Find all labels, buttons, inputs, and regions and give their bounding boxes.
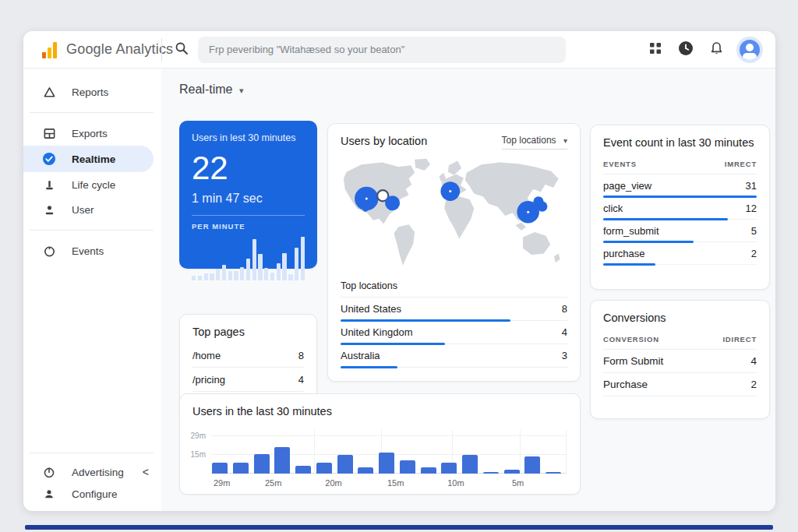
header-divider bbox=[161, 38, 162, 62]
sidebar-divider bbox=[30, 453, 154, 453]
world-map-svg bbox=[341, 156, 569, 274]
y-axis-tick-label: 29m bbox=[191, 431, 206, 439]
event-name: click bbox=[603, 203, 623, 214]
users-by-location-card: Users by location Top locations ▾ Top lo… bbox=[327, 123, 581, 382]
dropdown-value: Top locations bbox=[502, 135, 556, 146]
conversion-column-header: CONVERSION bbox=[603, 335, 659, 344]
users-bar bbox=[524, 456, 540, 474]
realtime-card-title: Users in lest 30 minutes bbox=[192, 132, 305, 143]
exports-icon bbox=[42, 127, 56, 140]
sidebar-item-label: Realtime bbox=[72, 153, 115, 165]
location-marker bbox=[385, 196, 400, 210]
event-count-title: Event count in last 30 minutes bbox=[603, 136, 757, 149]
history-clock-icon bbox=[678, 41, 694, 58]
conversion-count: 2 bbox=[750, 379, 757, 390]
realtime-card-divider bbox=[192, 215, 305, 216]
page-title: Real-time bbox=[179, 83, 232, 96]
conversion-row: Form Submit4 bbox=[603, 350, 757, 373]
event-count: 5 bbox=[751, 225, 757, 237]
event-name: purchase bbox=[603, 248, 644, 259]
advertising-icon bbox=[42, 466, 56, 478]
location-name: Australia bbox=[341, 350, 380, 361]
realtime-users-value: 22 bbox=[192, 150, 305, 187]
avatar-icon bbox=[740, 40, 760, 60]
per-minute-bar bbox=[222, 265, 226, 280]
page-path: /home bbox=[192, 350, 221, 361]
sidebar-item-label: Advertising bbox=[72, 467, 124, 478]
event-row: click12 bbox=[603, 197, 757, 220]
page-title-dropdown[interactable]: Real-time ▾ bbox=[179, 83, 243, 97]
chevron-down-icon: ▾ bbox=[563, 136, 567, 145]
sidebar-item-exports[interactable]: Exports bbox=[23, 121, 161, 146]
per-minute-bar bbox=[240, 267, 244, 280]
conversion-count: 4 bbox=[750, 355, 757, 367]
collapse-chevron-icon[interactable]: < bbox=[143, 466, 149, 478]
sidebar-item-reports[interactable]: Reports bbox=[23, 79, 161, 104]
users-bar bbox=[316, 463, 332, 474]
users-bar bbox=[295, 466, 311, 474]
event-name: page_view bbox=[603, 180, 651, 192]
sidebar-item-label: Life cycle bbox=[72, 179, 115, 191]
sidebar-item-label: Reports bbox=[72, 86, 108, 98]
page-count: 4 bbox=[298, 374, 304, 386]
users-bar bbox=[212, 463, 228, 474]
users-bar bbox=[504, 470, 520, 474]
events-icon bbox=[42, 245, 56, 258]
sidebar-divider bbox=[30, 230, 154, 231]
x-axis-tick-label: 29m bbox=[214, 478, 230, 488]
sidebar-item-configure[interactable]: Configure bbox=[23, 483, 161, 505]
per-minute-bar bbox=[210, 273, 214, 280]
per-minute-bar bbox=[282, 253, 286, 280]
event-row: form_submit5 bbox=[603, 220, 757, 242]
top-bar: Google Analytics bbox=[23, 31, 775, 69]
sidebar-item-advertising[interactable]: Advertising< bbox=[23, 461, 161, 483]
users-bar bbox=[233, 463, 249, 474]
per-minute-bar bbox=[264, 268, 268, 280]
x-axis-tick-label: 20m bbox=[325, 478, 341, 488]
apps-grid-button[interactable] bbox=[649, 42, 662, 57]
count-column-header: IMRECT bbox=[725, 160, 757, 168]
per-minute-bar bbox=[277, 263, 281, 280]
notifications-bell-button[interactable] bbox=[710, 41, 723, 58]
location-marker bbox=[537, 201, 547, 211]
event-row: purchase2 bbox=[603, 242, 757, 265]
per-minute-bar bbox=[270, 273, 274, 280]
sidebar-divider bbox=[30, 112, 154, 113]
top-page-row: /pricing4 bbox=[192, 368, 304, 392]
page-count: 8 bbox=[298, 350, 304, 361]
top-pages-title: Top pages bbox=[192, 326, 304, 338]
sidebar-item-user[interactable]: User bbox=[23, 197, 161, 222]
sidebar-item-realtime[interactable]: Realtime bbox=[23, 146, 154, 172]
users-bar bbox=[254, 454, 270, 474]
per-minute-bar bbox=[301, 237, 305, 280]
conversions-card: Conversions CONVERSION IDIRECT Form Subm… bbox=[590, 300, 770, 419]
sidebar-item-events[interactable]: Events bbox=[23, 238, 161, 263]
sidebar-item-life-cycle[interactable]: Life cycle bbox=[23, 172, 161, 197]
y-axis-tick-label: 15m bbox=[191, 449, 206, 458]
users-bar bbox=[462, 455, 478, 474]
bottom-accent-bar bbox=[25, 525, 773, 530]
users-bar bbox=[483, 472, 499, 474]
history-clock-button[interactable] bbox=[678, 41, 694, 58]
realtime-users-card: Users in lest 30 minutes 22 1 min 47 sec… bbox=[179, 121, 317, 269]
conversion-row: Purchase2 bbox=[603, 373, 757, 396]
location-row: United Kingdom4 bbox=[341, 321, 567, 344]
account-avatar[interactable] bbox=[740, 40, 760, 60]
search-input[interactable] bbox=[198, 37, 566, 63]
logo: Google Analytics bbox=[23, 41, 161, 58]
conversion-name: Form Submit bbox=[603, 355, 663, 367]
event-bar bbox=[603, 218, 728, 220]
per-minute-bar bbox=[228, 271, 232, 280]
users-bar-chart: 15m29m29m25m20m15m10m5m bbox=[211, 430, 566, 474]
page-path: /pricing bbox=[192, 374, 225, 386]
location-row: Australia3 bbox=[341, 344, 567, 368]
logo-text: Google Analytics bbox=[66, 41, 173, 58]
location-row: United States8 bbox=[341, 298, 567, 321]
location-marker bbox=[363, 206, 369, 212]
top-locations-dropdown[interactable]: Top locations ▾ bbox=[502, 135, 567, 150]
chevron-down-icon: ▾ bbox=[239, 86, 244, 95]
per-minute-bar bbox=[246, 259, 250, 280]
users-bar bbox=[441, 463, 457, 474]
location-count: 4 bbox=[562, 326, 567, 338]
conversion-name: Purchase bbox=[603, 379, 648, 390]
